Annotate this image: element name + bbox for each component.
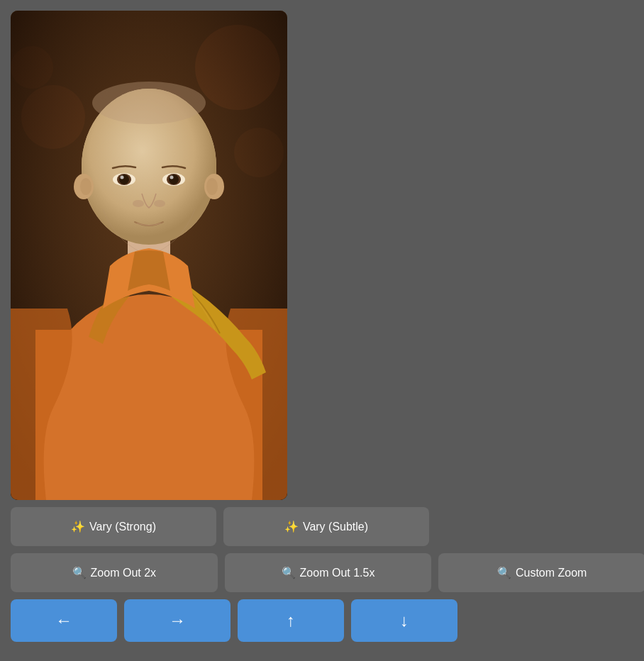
arrow-up-button[interactable]: ↑ xyxy=(238,599,344,642)
svg-point-22 xyxy=(169,174,179,184)
zoom-out-1-5x-label: Zoom Out 1.5x xyxy=(300,567,375,579)
vary-subtle-label: Vary (Subtle) xyxy=(303,521,368,533)
zoom-out-1-5x-icon: 🔍 xyxy=(282,566,296,579)
custom-zoom-label: Custom Zoom xyxy=(516,567,587,579)
up-arrow-icon: ↑ xyxy=(287,611,295,631)
arrow-buttons-row: ← → ↑ ↓ xyxy=(11,599,457,642)
custom-zoom-icon: 🔍 xyxy=(497,566,511,579)
svg-point-19 xyxy=(121,176,124,179)
svg-point-23 xyxy=(170,176,174,179)
svg-point-13 xyxy=(80,178,91,195)
main-image-container xyxy=(11,11,287,500)
vary-strong-button[interactable]: ✨ Vary (Strong) xyxy=(11,507,216,546)
arrow-down-button[interactable]: ↓ xyxy=(351,599,457,642)
vary-subtle-icon: ✨ xyxy=(284,520,299,533)
monk-image xyxy=(11,11,287,500)
right-arrow-icon: → xyxy=(169,611,186,631)
arrow-left-button[interactable]: ← xyxy=(11,599,117,642)
down-arrow-icon: ↓ xyxy=(400,611,409,631)
monk-svg xyxy=(11,11,287,500)
svg-point-24 xyxy=(133,200,144,207)
zoom-out-2x-button[interactable]: 🔍 Zoom Out 2x xyxy=(11,553,218,592)
left-arrow-icon: ← xyxy=(55,611,72,631)
vary-strong-icon: ✨ xyxy=(71,520,85,533)
vary-buttons-row: ✨ Vary (Strong) ✨ Vary (Subtle) xyxy=(11,507,429,546)
zoom-buttons-row: 🔍 Zoom Out 2x 🔍 Zoom Out 1.5x 🔍 Custom Z… xyxy=(11,553,644,592)
svg-point-15 xyxy=(206,178,218,195)
zoom-out-2x-label: Zoom Out 2x xyxy=(91,567,156,579)
svg-point-11 xyxy=(92,82,206,124)
zoom-out-1-5x-button[interactable]: 🔍 Zoom Out 1.5x xyxy=(225,553,432,592)
custom-zoom-button[interactable]: 🔍 Custom Zoom xyxy=(438,553,644,592)
vary-subtle-button[interactable]: ✨ Vary (Subtle) xyxy=(223,507,429,546)
svg-point-18 xyxy=(119,174,129,184)
svg-point-25 xyxy=(154,200,165,207)
arrow-right-button[interactable]: → xyxy=(124,599,231,642)
zoom-out-2x-icon: 🔍 xyxy=(72,566,87,579)
vary-strong-label: Vary (Strong) xyxy=(89,521,156,533)
